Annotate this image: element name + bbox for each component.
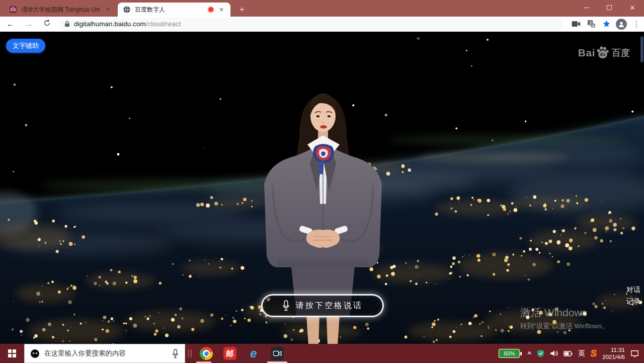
translate-icon: 文A xyxy=(587,20,596,28)
baidu-logo-bai: Bai xyxy=(578,47,595,59)
screen: 清华大学校园网 Tsinghua Unive ✕ 百度数字人 ✕ + ✕ ← →… xyxy=(0,0,644,363)
start-button[interactable] xyxy=(0,344,24,363)
baidu-logo-cn: 百度 xyxy=(612,47,630,59)
system-tray: 83% ^ 英 S 11:31 2021/4/6 xyxy=(499,346,644,360)
tab-title: 清华大学校园网 Tsinghua Unive xyxy=(21,6,100,14)
search-mic-icon[interactable] xyxy=(172,349,179,358)
chrome-taskbar-button[interactable] xyxy=(199,346,214,361)
recording-indicator-icon xyxy=(208,7,213,12)
translate-button[interactable]: 文A xyxy=(584,18,599,31)
conversation-log-line2: 记录 xyxy=(626,296,640,307)
conversation-log-line1: 对话 xyxy=(626,284,640,296)
conversation-log-tab[interactable]: 对话 记录 xyxy=(626,284,640,307)
taskbar-clock[interactable]: 11:31 2021/4/6 xyxy=(602,346,625,360)
clock-time: 11:31 xyxy=(602,346,625,353)
url-text: digitalhuman.baidu.com/cloud/react xyxy=(74,20,181,28)
internet-explorer-icon: e xyxy=(250,347,257,360)
shield-icon xyxy=(537,349,544,357)
tab-title: 百度数字人 xyxy=(135,6,204,14)
ime-language-button[interactable]: 英 xyxy=(578,349,585,358)
sogou-ime-icon[interactable]: S xyxy=(591,348,597,359)
action-center-button[interactable] xyxy=(630,350,639,357)
internet-explorer-button[interactable]: e xyxy=(246,346,261,361)
svg-text:A: A xyxy=(592,24,594,28)
chrome-icon xyxy=(200,347,213,360)
text-assist-button[interactable]: 文字辅助 xyxy=(6,39,45,53)
profile-button[interactable] xyxy=(614,18,629,31)
taskbar-separator xyxy=(188,349,192,357)
tab-strip: 清华大学校园网 Tsinghua Unive ✕ 百度数字人 ✕ + ✕ xyxy=(0,0,644,17)
mail-app-button[interactable]: 邮 xyxy=(222,346,237,361)
browser-toolbar: ← → digitalhuman.baidu.com/cloud/react 文… xyxy=(0,17,644,32)
camera-icon xyxy=(572,21,581,27)
watermark-line2: 转到"设置"以激活 Windows。 xyxy=(520,322,609,331)
window-close-button[interactable]: ✕ xyxy=(621,0,644,15)
tab-tsinghua[interactable]: 清华大学校园网 Tsinghua Unive ✕ xyxy=(4,3,117,17)
minimize-icon xyxy=(584,8,589,8)
maximize-icon xyxy=(607,5,612,10)
battery-tray-button[interactable] xyxy=(564,351,573,356)
tsinghua-favicon-icon xyxy=(9,6,17,14)
page-content: 文字辅助 Bai du 百度 请按下空格说话 对话 记录 激活 Windows … xyxy=(0,32,644,344)
reload-button[interactable] xyxy=(39,18,54,31)
video-camera-icon xyxy=(271,347,284,360)
tray-overflow-button[interactable]: ^ xyxy=(527,350,531,357)
defender-tray-button[interactable] xyxy=(537,349,544,357)
baidu-paw-icon: du xyxy=(596,46,609,59)
window-minimize-button[interactable] xyxy=(575,0,598,15)
pinned-apps: 邮 e xyxy=(199,346,285,361)
baidu-logo: Bai du 百度 xyxy=(578,46,630,59)
camera-app-button[interactable] xyxy=(270,346,285,361)
volume-tray-button[interactable] xyxy=(550,350,558,357)
new-tab-button[interactable]: + xyxy=(235,4,249,16)
taskbar: 在这里输入你要搜索的内容 邮 e 83% ^ xyxy=(0,344,644,363)
tab-close-icon[interactable]: ✕ xyxy=(104,6,112,14)
url-domain: digitalhuman.baidu.com xyxy=(74,20,146,28)
bookmark-button[interactable] xyxy=(599,18,614,31)
browser-menu-button[interactable]: ⋮ xyxy=(629,18,644,31)
camera-in-use-button[interactable] xyxy=(569,18,584,31)
watermark-line1: 激活 Windows xyxy=(520,306,609,320)
avatar xyxy=(616,19,627,30)
mail-icon: 邮 xyxy=(223,347,236,360)
windows-logo-icon xyxy=(8,349,16,357)
notification-bubble-icon xyxy=(630,350,639,357)
battery-icon xyxy=(564,351,573,356)
tab-digital-human[interactable]: 百度数字人 ✕ xyxy=(118,3,230,17)
microphone-icon xyxy=(282,300,290,311)
bookmark-star-icon xyxy=(602,20,611,28)
search-assistant-icon xyxy=(31,349,39,358)
clock-date: 2021/4/6 xyxy=(602,353,625,360)
battery-status-badge[interactable]: 83% xyxy=(499,349,520,358)
activate-windows-watermark: 激活 Windows 转到"设置"以激活 Windows。 xyxy=(520,306,609,331)
url-path: /cloud/react xyxy=(146,20,181,28)
globe-favicon-icon xyxy=(123,6,131,14)
speaker-icon xyxy=(550,350,558,357)
address-bar[interactable]: digitalhuman.baidu.com/cloud/react xyxy=(58,18,564,31)
back-button[interactable]: ← xyxy=(3,18,18,31)
forward-button[interactable]: → xyxy=(21,18,36,31)
search-placeholder: 在这里输入你要搜索的内容 xyxy=(44,349,167,358)
push-to-talk-button[interactable]: 请按下空格说话 xyxy=(261,294,384,317)
tab-close-icon[interactable]: ✕ xyxy=(217,6,225,14)
scrollbar-thumb[interactable] xyxy=(640,36,643,62)
push-to-talk-label: 请按下空格说话 xyxy=(296,301,363,311)
taskbar-search-box[interactable]: 在这里输入你要搜索的内容 xyxy=(24,344,185,363)
reload-icon xyxy=(43,19,51,27)
window-maximize-button[interactable] xyxy=(598,0,621,15)
baidu-logo-du: du xyxy=(600,52,605,57)
lock-icon xyxy=(64,21,70,27)
